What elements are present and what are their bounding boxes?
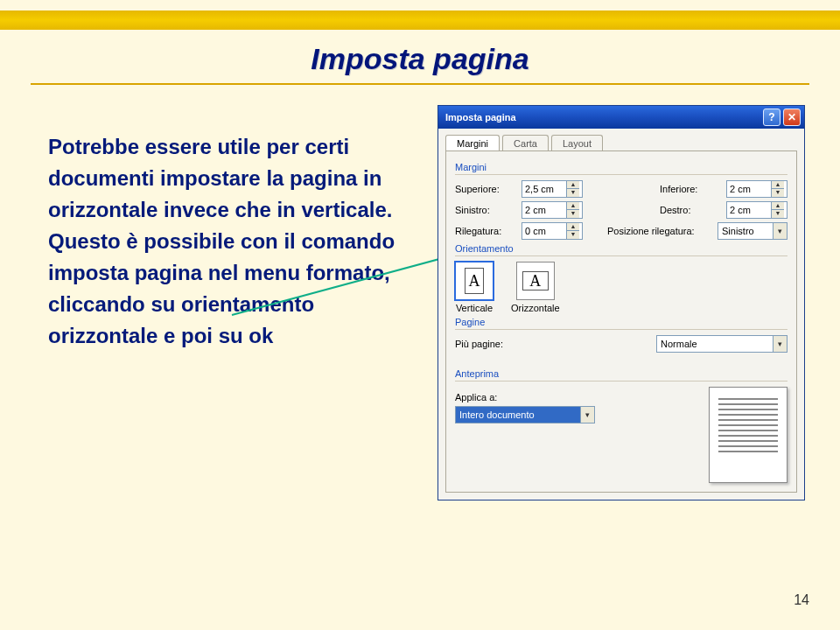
tab-strip: Margini Carta Layout bbox=[438, 129, 804, 150]
select-piu-pagine[interactable]: Normale ▾ bbox=[656, 335, 788, 353]
orientation-vertical[interactable]: A Verticale bbox=[455, 262, 494, 313]
section-orientation: Orientamento bbox=[455, 243, 788, 256]
tab-margini[interactable]: Margini bbox=[445, 135, 500, 151]
orientation-horizontal-label: Orizzontale bbox=[511, 303, 560, 313]
input-sinistro[interactable] bbox=[522, 202, 566, 218]
orientation-horizontal[interactable]: A Orizzontale bbox=[511, 262, 560, 313]
section-pages: Pagine bbox=[455, 317, 788, 330]
select-value: Intero documento bbox=[459, 410, 580, 420]
chevron-up-icon[interactable]: ▲ bbox=[772, 181, 784, 189]
input-destro[interactable] bbox=[727, 202, 771, 218]
chevron-down-icon[interactable]: ▼ bbox=[567, 189, 579, 197]
orientation-vertical-label: Verticale bbox=[456, 303, 493, 313]
chevron-up-icon[interactable]: ▲ bbox=[567, 223, 579, 231]
select-value: Normale bbox=[661, 339, 773, 349]
label-superiore: Superiore: bbox=[455, 184, 516, 194]
chevron-down-icon[interactable]: ▼ bbox=[567, 231, 579, 239]
chevron-down-icon: ▾ bbox=[773, 336, 787, 352]
label-sinistro: Sinistro: bbox=[455, 205, 516, 215]
page-title: Imposta pagina bbox=[0, 42, 840, 76]
label-posizione-rilegatura: Posizione rilegatura: bbox=[607, 226, 712, 236]
dialog-titlebar[interactable]: Imposta pagina ? ✕ bbox=[438, 106, 804, 129]
label-piu-pagine: Più pagine: bbox=[455, 339, 525, 349]
select-applica-a[interactable]: Intero documento ▾ bbox=[455, 406, 595, 424]
help-button[interactable]: ? bbox=[763, 108, 780, 126]
body-text: Potrebbe essere utile per certi document… bbox=[48, 131, 398, 352]
preview-page-icon bbox=[709, 387, 788, 483]
close-button[interactable]: ✕ bbox=[783, 108, 801, 126]
input-superiore[interactable] bbox=[522, 181, 566, 197]
chevron-up-icon[interactable]: ▲ bbox=[567, 181, 579, 189]
help-icon: ? bbox=[768, 111, 774, 123]
input-rilegatura[interactable] bbox=[522, 223, 566, 239]
title-rule bbox=[31, 83, 809, 85]
close-icon: ✕ bbox=[788, 111, 796, 123]
orientation-portrait-icon: A bbox=[455, 262, 494, 300]
chevron-down-icon[interactable]: ▼ bbox=[567, 210, 579, 218]
tab-layout[interactable]: Layout bbox=[551, 135, 603, 151]
section-margins: Margini bbox=[455, 162, 788, 175]
label-inferiore: Inferiore: bbox=[660, 184, 721, 194]
label-rilegatura: Rilegatura: bbox=[455, 226, 516, 236]
select-posizione-rilegatura[interactable]: Sinistro ▾ bbox=[718, 222, 788, 240]
input-inferiore[interactable] bbox=[727, 181, 771, 197]
spinner-sinistro[interactable]: ▲▼ bbox=[522, 201, 583, 219]
tab-panel-margini: Margini Superiore: ▲▼ Inferiore: ▲▼ Sini… bbox=[445, 150, 797, 493]
chevron-up-icon[interactable]: ▲ bbox=[567, 202, 579, 210]
label-applica-a: Applica a: bbox=[455, 392, 691, 402]
dialog-title-text: Imposta pagina bbox=[445, 112, 760, 122]
page-number: 14 bbox=[794, 592, 809, 608]
top-accent-stripe bbox=[0, 10, 840, 30]
spinner-rilegatura[interactable]: ▲▼ bbox=[522, 222, 583, 240]
orientation-landscape-icon: A bbox=[516, 262, 555, 300]
tab-carta[interactable]: Carta bbox=[502, 135, 549, 151]
label-destro: Destro: bbox=[660, 205, 721, 215]
chevron-up-icon[interactable]: ▲ bbox=[772, 202, 784, 210]
chevron-down-icon[interactable]: ▼ bbox=[772, 210, 784, 218]
chevron-down-icon: ▾ bbox=[773, 223, 787, 239]
chevron-down-icon: ▾ bbox=[580, 407, 594, 423]
spinner-inferiore[interactable]: ▲▼ bbox=[726, 180, 788, 198]
page-setup-dialog: Imposta pagina ? ✕ Margini Carta Layout … bbox=[438, 105, 805, 500]
spinner-destro[interactable]: ▲▼ bbox=[726, 201, 788, 219]
spinner-superiore[interactable]: ▲▼ bbox=[522, 180, 583, 198]
select-value: Sinistro bbox=[722, 226, 773, 236]
section-preview: Anteprima bbox=[455, 368, 788, 382]
chevron-down-icon[interactable]: ▼ bbox=[772, 189, 784, 197]
